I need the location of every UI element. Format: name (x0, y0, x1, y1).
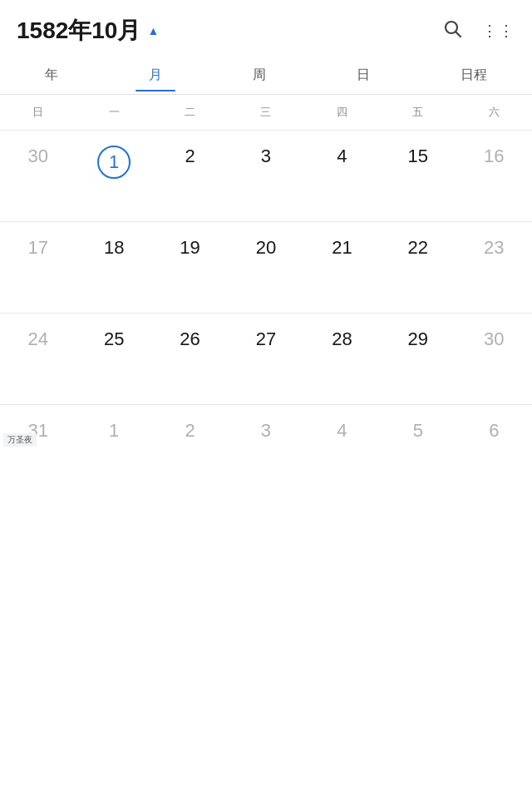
weekday-sun: 日 (0, 101, 76, 123)
day-30[interactable]: 30 (456, 322, 532, 357)
expand-arrow-icon[interactable]: ▲ (147, 24, 159, 37)
day-1-next[interactable]: 1 (76, 413, 151, 448)
view-tabs: 年 月 周 日 日程 (0, 57, 532, 95)
weekday-fri: 五 (380, 101, 456, 123)
day-18[interactable]: 18 (76, 230, 151, 265)
calendar-week-3: 24 25 26 27 28 29 30 (0, 314, 532, 405)
day-21[interactable]: 21 (304, 230, 380, 265)
day-2-next[interactable]: 2 (152, 413, 228, 448)
day-1-today[interactable]: 1 (76, 139, 151, 185)
tab-month[interactable]: 月 (135, 60, 175, 91)
day-2[interactable]: 2 (152, 139, 228, 174)
tab-schedule[interactable]: 日程 (447, 60, 500, 91)
day-31[interactable]: 31 万圣夜 (0, 413, 76, 448)
day-29[interactable]: 29 (380, 322, 456, 357)
calendar-week-1: 30 1 2 3 4 15 16 (0, 131, 532, 222)
header-icons: ⋮⋮ (442, 18, 515, 43)
day-22[interactable]: 22 (380, 230, 456, 265)
month-year-label: 1582年10月 (17, 15, 140, 47)
day-19[interactable]: 19 (152, 230, 228, 265)
day-4[interactable]: 4 (304, 139, 380, 174)
tab-week[interactable]: 周 (239, 60, 279, 91)
halloween-event-tag[interactable]: 万圣夜 (3, 433, 37, 447)
weekday-header: 日 一 二 三 四 五 六 (0, 95, 532, 131)
day-3[interactable]: 3 (228, 139, 303, 174)
day-30-prev[interactable]: 30 (0, 139, 76, 174)
weekday-thu: 四 (304, 101, 380, 123)
calendar-grid: 30 1 2 3 4 15 16 17 (0, 131, 532, 496)
day-6-next[interactable]: 6 (456, 413, 532, 448)
day-3-next[interactable]: 3 (228, 413, 303, 448)
weekday-sat: 六 (456, 101, 532, 123)
day-16[interactable]: 16 (456, 139, 532, 174)
tab-year[interactable]: 年 (32, 60, 71, 91)
tab-day[interactable]: 日 (343, 60, 383, 91)
calendar-week-4: 31 万圣夜 1 2 3 4 5 6 (0, 405, 532, 496)
weekday-mon: 一 (76, 101, 151, 123)
header-title[interactable]: 1582年10月 ▲ (17, 15, 159, 47)
day-25[interactable]: 25 (76, 322, 151, 357)
calendar-week-2: 17 18 19 20 21 22 23 (0, 222, 532, 314)
day-23[interactable]: 23 (456, 230, 532, 265)
day-28[interactable]: 28 (304, 322, 380, 357)
weekday-tue: 二 (152, 101, 228, 123)
day-26[interactable]: 26 (152, 322, 228, 357)
day-15[interactable]: 15 (380, 139, 456, 174)
more-options-icon[interactable]: ⋮⋮ (482, 22, 515, 40)
header: 1582年10月 ▲ ⋮⋮ (0, 0, 532, 57)
day-27[interactable]: 27 (228, 322, 303, 357)
day-5-next[interactable]: 5 (380, 413, 456, 448)
search-icon[interactable] (442, 18, 462, 43)
app-container: 1582年10月 ▲ ⋮⋮ 年 月 周 日 日程 日 一 二 三 四 五 六 (0, 0, 532, 496)
day-17[interactable]: 17 (0, 230, 76, 265)
svg-line-1 (456, 32, 461, 37)
day-20[interactable]: 20 (228, 230, 303, 265)
day-24[interactable]: 24 (0, 322, 76, 357)
day-4-next[interactable]: 4 (304, 413, 380, 448)
weekday-wed: 三 (228, 101, 303, 123)
